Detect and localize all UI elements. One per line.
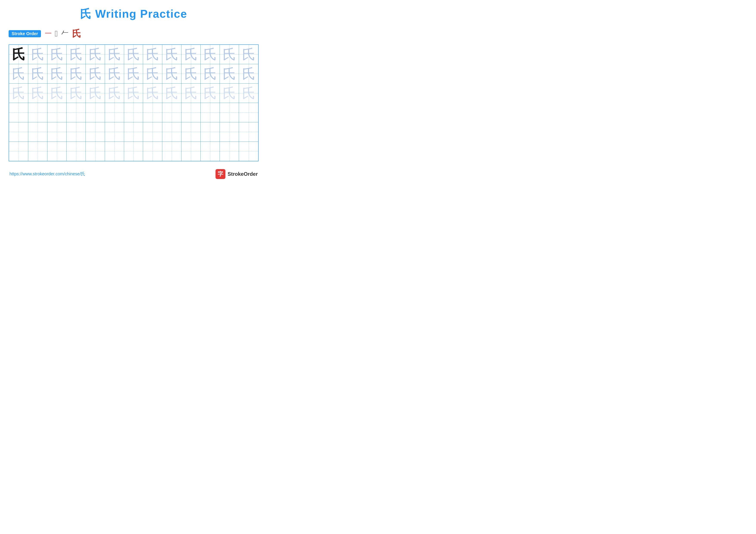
grid-cell-r1-c5: 氏 <box>86 45 105 64</box>
grid-cell-r5-c4[interactable] <box>67 122 86 141</box>
stroke-order-badge: Stroke Order <box>9 30 41 37</box>
grid-cell-r4-c2[interactable] <box>28 103 47 122</box>
grid-cell-r4-c9[interactable] <box>162 103 181 122</box>
char-r1-c11: 氏 <box>203 48 217 61</box>
grid-cell-r6-c5[interactable] <box>86 142 105 161</box>
grid-cell-r2-c11: 氏 <box>201 64 220 83</box>
grid-cell-r3-c11: 氏 <box>201 84 220 103</box>
grid-cell-r5-c5[interactable] <box>86 122 105 141</box>
grid-cell-r4-c12[interactable] <box>220 103 239 122</box>
char-r3-c6: 氏 <box>108 87 121 100</box>
grid-cell-r6-c8[interactable] <box>143 142 162 161</box>
grid-cell-r4-c10[interactable] <box>181 103 201 122</box>
footer-logo: 字 StrokeOrder <box>216 169 258 179</box>
grid-cell-r2-c13: 氏 <box>239 64 258 83</box>
grid-cell-r5-c10[interactable] <box>181 122 201 141</box>
char-r2-c7: 氏 <box>127 67 140 80</box>
stroke-1: 一 <box>45 29 52 38</box>
char-r2-c2: 氏 <box>31 67 44 80</box>
stroke-chars: 一 𠃌 𠂉 氏 <box>45 28 81 39</box>
grid-cell-r6-c11[interactable] <box>201 142 220 161</box>
char-r2-c4: 氏 <box>69 67 83 80</box>
char-r2-c11: 氏 <box>203 67 217 80</box>
grid-cell-r3-c1: 氏 <box>9 84 28 103</box>
grid-cell-r1-c7: 氏 <box>124 45 143 64</box>
stroke-3: 𠂉 <box>61 29 69 38</box>
grid-cell-r4-c7[interactable] <box>124 103 143 122</box>
grid-cell-r5-c12[interactable] <box>220 122 239 141</box>
char-r3-c2: 氏 <box>31 87 44 100</box>
grid-cell-r6-c7[interactable] <box>124 142 143 161</box>
char-r2-c13: 氏 <box>242 67 256 80</box>
grid-cell-r1-c13: 氏 <box>239 45 258 64</box>
grid-cell-r3-c9: 氏 <box>162 84 181 103</box>
char-r2-c1: 氏 <box>12 67 25 80</box>
char-r3-c11: 氏 <box>203 87 217 100</box>
grid-cell-r1-c10: 氏 <box>181 45 201 64</box>
char-r2-c12: 氏 <box>223 67 236 80</box>
grid-cell-r5-c3[interactable] <box>47 122 67 141</box>
char-r2-c10: 氏 <box>184 67 198 80</box>
char-r3-c8: 氏 <box>146 87 159 100</box>
char-r1-c7: 氏 <box>127 48 140 61</box>
grid-cell-r4-c8[interactable] <box>143 103 162 122</box>
grid-cell-r3-c7: 氏 <box>124 84 143 103</box>
grid-cell-r5-c7[interactable] <box>124 122 143 141</box>
grid-cell-r5-c11[interactable] <box>201 122 220 141</box>
grid-cell-r2-c10: 氏 <box>181 64 201 83</box>
grid-cell-r1-c4: 氏 <box>67 45 86 64</box>
logo-text: StrokeOrder <box>228 171 258 177</box>
char-r2-c8: 氏 <box>146 67 159 80</box>
grid-cell-r4-c11[interactable] <box>201 103 220 122</box>
grid-row-3: 氏 氏 氏 氏 氏 氏 氏 氏 氏 氏 氏 氏 氏 <box>9 84 258 103</box>
grid-cell-r1-c6: 氏 <box>105 45 124 64</box>
grid-cell-r6-c3[interactable] <box>47 142 67 161</box>
grid-cell-r4-c5[interactable] <box>86 103 105 122</box>
grid-cell-r4-c13[interactable] <box>239 103 258 122</box>
grid-cell-r1-c2: 氏 <box>28 45 47 64</box>
grid-cell-r6-c2[interactable] <box>28 142 47 161</box>
char-r1-c13: 氏 <box>242 48 256 61</box>
char-r2-c3: 氏 <box>50 67 64 80</box>
char-r3-c9: 氏 <box>165 87 178 100</box>
grid-cell-r6-c13[interactable] <box>239 142 258 161</box>
grid-cell-r4-c6[interactable] <box>105 103 124 122</box>
char-r2-c9: 氏 <box>165 67 178 80</box>
grid-cell-r5-c8[interactable] <box>143 122 162 141</box>
grid-cell-r2-c4: 氏 <box>67 64 86 83</box>
grid-cell-r6-c9[interactable] <box>162 142 181 161</box>
char-r1-c8: 氏 <box>146 48 159 61</box>
grid-cell-r4-c3[interactable] <box>47 103 67 122</box>
char-r3-c7: 氏 <box>127 87 140 100</box>
footer-url[interactable]: https://www.strokeorder.com/chinese/氏 <box>10 171 85 177</box>
grid-cell-r5-c13[interactable] <box>239 122 258 141</box>
grid-cell-r2-c9: 氏 <box>162 64 181 83</box>
grid-cell-r1-c8: 氏 <box>143 45 162 64</box>
grid-cell-r2-c6: 氏 <box>105 64 124 83</box>
grid-cell-r4-c1[interactable] <box>9 103 28 122</box>
stroke-order-section: Stroke Order 一 𠃌 𠂉 氏 <box>9 28 258 39</box>
grid-cell-r3-c12: 氏 <box>220 84 239 103</box>
grid-cell-r3-c4: 氏 <box>67 84 86 103</box>
grid-cell-r5-c1[interactable] <box>9 122 28 141</box>
grid-cell-r3-c13: 氏 <box>239 84 258 103</box>
grid-row-6[interactable] <box>9 142 258 161</box>
grid-row-5[interactable] <box>9 122 258 142</box>
char-r1-c10: 氏 <box>184 48 198 61</box>
char-r1-c5: 氏 <box>89 48 102 61</box>
grid-cell-r6-c1[interactable] <box>9 142 28 161</box>
grid-cell-r3-c2: 氏 <box>28 84 47 103</box>
grid-row-2: 氏 氏 氏 氏 氏 氏 氏 氏 氏 氏 氏 氏 氏 <box>9 64 258 84</box>
grid-cell-r6-c4[interactable] <box>67 142 86 161</box>
grid-cell-r2-c1: 氏 <box>9 64 28 83</box>
grid-cell-r6-c6[interactable] <box>105 142 124 161</box>
grid-cell-r4-c4[interactable] <box>67 103 86 122</box>
grid-cell-r6-c10[interactable] <box>181 142 201 161</box>
grid-row-4[interactable] <box>9 103 258 122</box>
grid-cell-r5-c6[interactable] <box>105 122 124 141</box>
grid-cell-r2-c2: 氏 <box>28 64 47 83</box>
grid-cell-r5-c2[interactable] <box>28 122 47 141</box>
practice-grid: 氏 氏 氏 氏 氏 氏 氏 氏 氏 氏 氏 氏 氏 氏 氏 氏 氏 氏 氏 氏 … <box>9 44 258 161</box>
grid-cell-r6-c12[interactable] <box>220 142 239 161</box>
grid-cell-r5-c9[interactable] <box>162 122 181 141</box>
